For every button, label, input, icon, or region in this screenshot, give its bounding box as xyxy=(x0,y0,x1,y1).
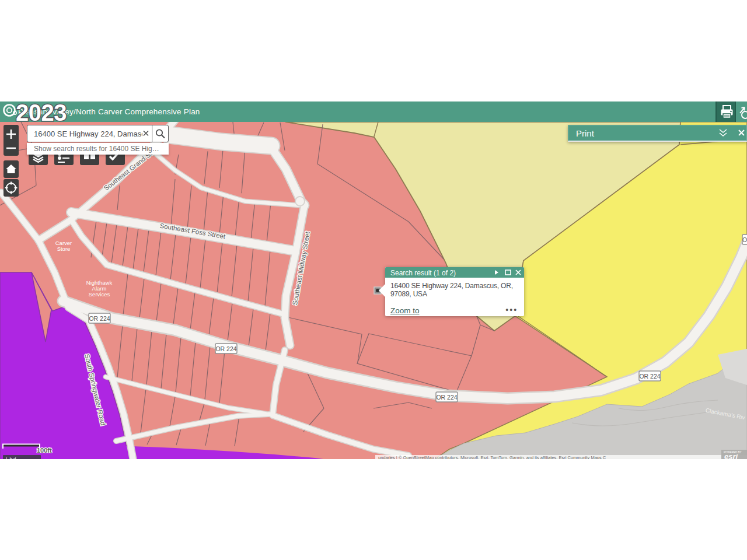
svg-text:L b d…: L b d… xyxy=(6,456,21,459)
svg-text:100ft: 100ft xyxy=(37,447,52,454)
svg-text:OR 224: OR 224 xyxy=(215,345,236,352)
svg-text:Store: Store xyxy=(57,246,71,252)
svg-text:OR 224: OR 224 xyxy=(742,236,747,243)
svg-text:OR 224: OR 224 xyxy=(639,373,660,380)
svg-text:esri: esri xyxy=(724,452,738,459)
svg-text:OR 224: OR 224 xyxy=(89,315,110,322)
svg-text:2023: 2023 xyxy=(16,102,67,122)
svg-text:Services: Services xyxy=(89,291,110,298)
svg-text:OR 224: OR 224 xyxy=(436,394,457,401)
svg-text:undaries | © OpenStreetMap con: undaries | © OpenStreetMap contributors,… xyxy=(378,455,606,460)
